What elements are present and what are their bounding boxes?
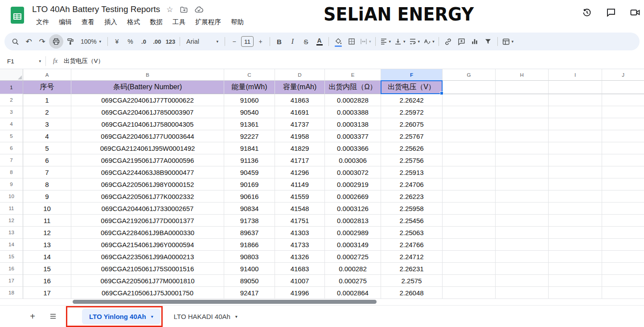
cell-D16[interactable]: 41683 (275, 263, 325, 275)
text-rotation-button[interactable]: ▾ (422, 35, 436, 48)
cell-C17[interactable]: 89050 (224, 275, 275, 287)
text-wrap-button[interactable]: ▾ (407, 35, 422, 48)
cell-E10[interactable]: 0.0002669 (325, 190, 381, 203)
cell-F12[interactable]: 2.25456 (381, 215, 443, 227)
cell-D1[interactable]: 容量(mAh) (275, 81, 325, 94)
cell-B5[interactable]: 069CGA2204061J77U0003644 (71, 130, 224, 142)
cell-D8[interactable]: 41296 (275, 166, 325, 178)
cell-I8[interactable] (549, 166, 602, 178)
cell-C2[interactable]: 91060 (224, 94, 275, 106)
column-header-I[interactable]: I (549, 69, 602, 81)
horizontal-align-button[interactable]: ▾ (378, 35, 393, 48)
cell-J2[interactable] (602, 94, 644, 106)
number-format-button[interactable]: 123 (164, 35, 177, 48)
cell-A2[interactable]: 1 (23, 94, 71, 106)
menu-edit[interactable]: 编辑 (55, 17, 76, 27)
paint-format-icon[interactable] (64, 35, 77, 48)
row-header-16[interactable]: 16 (0, 263, 23, 275)
cell-A16[interactable]: 15 (23, 263, 71, 275)
cell-B4[interactable]: 069CGA2104061J7580004305 (71, 118, 224, 130)
cell-A4[interactable]: 3 (23, 118, 71, 130)
cell-J1[interactable] (602, 81, 644, 94)
doc-title[interactable]: LTO 40Ah Battery Testing Reports (32, 4, 160, 14)
cell-E13[interactable]: 0.0002989 (325, 227, 381, 239)
cell-D4[interactable]: 41737 (275, 118, 325, 130)
cell-F3[interactable]: 2.25972 (381, 106, 443, 118)
menu-extensions[interactable]: 扩展程序 (191, 17, 225, 27)
cell-F17[interactable]: 2.2575 (381, 275, 443, 287)
cell-F8[interactable]: 2.25913 (381, 166, 443, 178)
cell-G3[interactable] (443, 106, 496, 118)
cell-F10[interactable]: 2.26223 (381, 190, 443, 203)
cell-J14[interactable] (602, 239, 644, 251)
cell-J9[interactable] (602, 178, 644, 190)
cell-G11[interactable] (443, 203, 496, 215)
cell-G5[interactable] (443, 130, 496, 142)
cell-I4[interactable] (549, 118, 602, 130)
cell-F13[interactable]: 2.25063 (381, 227, 443, 239)
row-header-18[interactable]: 18 (0, 287, 23, 299)
cell-I14[interactable] (549, 239, 602, 251)
cell-D17[interactable]: 41007 (275, 275, 325, 287)
cell-E12[interactable]: 0.0002813 (325, 215, 381, 227)
cell-D6[interactable]: 41829 (275, 142, 325, 154)
cell-J10[interactable] (602, 190, 644, 203)
cell-H2[interactable] (496, 94, 549, 106)
cell-B10[interactable]: 069CGA2205061J77K0002332 (71, 190, 224, 203)
cell-C3[interactable]: 90540 (224, 106, 275, 118)
cell-G6[interactable] (443, 142, 496, 154)
menu-data[interactable]: 数据 (146, 17, 167, 27)
cell-J7[interactable] (602, 154, 644, 166)
redo-button[interactable]: ↷ (36, 35, 49, 48)
row-header-13[interactable]: 13 (0, 227, 23, 239)
row-header-15[interactable]: 15 (0, 251, 23, 263)
cell-H16[interactable] (496, 263, 549, 275)
cell-D3[interactable]: 41691 (275, 106, 325, 118)
cell-D10[interactable]: 41559 (275, 190, 325, 203)
cell-G13[interactable] (443, 227, 496, 239)
borders-button[interactable] (345, 35, 358, 48)
row-header-2[interactable]: 2 (0, 94, 23, 106)
add-sheet-button[interactable]: + (26, 310, 39, 323)
cell-I1[interactable] (549, 81, 602, 94)
row-header-10[interactable]: 10 (0, 190, 23, 203)
cell-J13[interactable] (602, 227, 644, 239)
cell-J17[interactable] (602, 275, 644, 287)
currency-format-button[interactable]: ¥ (111, 35, 123, 48)
meet-video-icon[interactable] (629, 6, 641, 19)
cell-B12[interactable]: 069CGA2192061J77D0001377 (71, 215, 224, 227)
menu-format[interactable]: 格式 (123, 17, 144, 27)
cell-I10[interactable] (549, 190, 602, 203)
cell-B2[interactable]: 069CGA2204061J77T0000622 (71, 94, 224, 106)
insert-comment-button[interactable] (455, 35, 468, 48)
cell-B14[interactable]: 069CGA2154061J96Y0000594 (71, 239, 224, 251)
cell-C5[interactable]: 92227 (224, 130, 275, 142)
cell-A11[interactable]: 10 (23, 203, 71, 215)
row-header-17[interactable]: 17 (0, 275, 23, 287)
row-header-12[interactable]: 12 (0, 215, 23, 227)
create-filter-button[interactable] (482, 35, 495, 48)
italic-button[interactable]: I (286, 35, 299, 48)
print-button[interactable] (49, 34, 63, 49)
font-size-input[interactable]: 11 (241, 36, 254, 47)
cell-B15[interactable]: 069CGA2235061J99A0000213 (71, 251, 224, 263)
row-header-7[interactable]: 7 (0, 154, 23, 166)
cell-E14[interactable]: 0.0003149 (325, 239, 381, 251)
cell-B16[interactable]: 069CGA2105061J75S0001516 (71, 263, 224, 275)
cell-F14[interactable]: 2.24766 (381, 239, 443, 251)
cell-E16[interactable]: 0.000282 (325, 263, 381, 275)
text-color-button[interactable]: A (313, 35, 326, 48)
cell-B1[interactable]: 条码(Battery Number) (71, 81, 224, 94)
cell-E5[interactable]: 0.0003377 (325, 130, 381, 142)
cell-I2[interactable] (549, 94, 602, 106)
cell-E1[interactable]: 出货内阻（Ω） (325, 81, 381, 94)
sheet-tab-lto-yinlong-40ah[interactable]: LTO Yinlong 40Ah ▾ (82, 309, 160, 324)
cell-C8[interactable]: 90459 (224, 166, 275, 178)
cell-G14[interactable] (443, 239, 496, 251)
spreadsheet-grid[interactable]: ABCDEFGHIJ1序号条码(Battery Number)能量(mWh)容量… (0, 69, 644, 299)
cell-F15[interactable]: 2.24712 (381, 251, 443, 263)
cell-H9[interactable] (496, 178, 549, 190)
cell-D2[interactable]: 41863 (275, 94, 325, 106)
cell-I12[interactable] (549, 215, 602, 227)
cell-B13[interactable]: 069CGA2284061J9BA0000330 (71, 227, 224, 239)
